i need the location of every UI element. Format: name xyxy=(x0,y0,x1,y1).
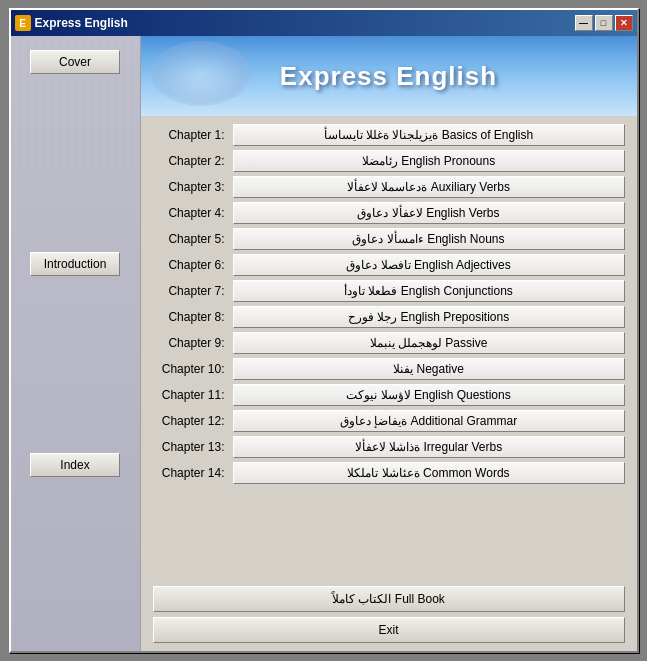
chapter-label: Chapter 12: xyxy=(153,414,233,428)
table-row: Chapter 8:حروف الجر English Prepositions xyxy=(153,306,625,328)
table-row: Chapter 12:قواعد إضافية Additional Gramm… xyxy=(153,410,625,432)
footer-area: الكتاب كاملاً Full Book Exit xyxy=(141,580,637,651)
chapter-label: Chapter 11: xyxy=(153,388,233,402)
header-banner: Express English xyxy=(141,36,637,116)
table-row: Chapter 11:تكوين السؤال English Question… xyxy=(153,384,625,406)
app-title: Express English xyxy=(280,61,497,92)
table-row: Chapter 10:النفي Negative xyxy=(153,358,625,380)
chapter-label: Chapter 14: xyxy=(153,466,233,480)
chapter-label: Chapter 1: xyxy=(153,128,233,142)
chapter-label: Chapter 3: xyxy=(153,180,233,194)
table-row: Chapter 14:الكلمات الشائعة Common Words xyxy=(153,462,625,484)
chapter-14-button[interactable]: الكلمات الشائعة Common Words xyxy=(233,462,625,484)
app-icon: E xyxy=(15,15,31,31)
chapter-3-button[interactable]: الأفعال المساعدة Auxiliary Verbs xyxy=(233,176,625,198)
chapter-label: Chapter 8: xyxy=(153,310,233,324)
chapters-area: Chapter 1:أساسيات اللغة الانجليزية Basic… xyxy=(141,116,637,580)
minimize-button[interactable]: — xyxy=(575,15,593,31)
table-row: Chapter 3:الأفعال المساعدة Auxiliary Ver… xyxy=(153,176,625,198)
main-area: Express English Chapter 1:أساسيات اللغة … xyxy=(141,36,637,651)
close-button[interactable]: ✕ xyxy=(615,15,633,31)
window-controls: — □ ✕ xyxy=(575,15,633,31)
chapter-8-button[interactable]: حروف الجر English Prepositions xyxy=(233,306,625,328)
cover-button[interactable]: Cover xyxy=(30,50,120,74)
chapter-9-button[interactable]: المبني للمجهول Passive xyxy=(233,332,625,354)
chapter-11-button[interactable]: تكوين السؤال English Questions xyxy=(233,384,625,406)
chapter-label: Chapter 10: xyxy=(153,362,233,376)
index-button[interactable]: Index xyxy=(30,453,120,477)
chapter-10-button[interactable]: النفي Negative xyxy=(233,358,625,380)
chapter-label: Chapter 6: xyxy=(153,258,233,272)
table-row: Chapter 5:قواعد الأسماء English Nouns xyxy=(153,228,625,250)
chapter-7-button[interactable]: أدوات العطف English Conjunctions xyxy=(233,280,625,302)
maximize-button[interactable]: □ xyxy=(595,15,613,31)
chapter-label: Chapter 13: xyxy=(153,440,233,454)
window-title: Express English xyxy=(35,16,571,30)
table-row: Chapter 4:قواعد الأفعال English Verbs xyxy=(153,202,625,224)
chapter-1-button[interactable]: أساسيات اللغة الانجليزية Basics of Engli… xyxy=(233,124,625,146)
chapter-label: Chapter 2: xyxy=(153,154,233,168)
table-row: Chapter 2:الضمائر English Pronouns xyxy=(153,150,625,172)
main-window: E Express English — □ ✕ Cover Introducti… xyxy=(9,8,639,653)
chapter-12-button[interactable]: قواعد إضافية Additional Grammar xyxy=(233,410,625,432)
table-row: Chapter 13:الأفعال الشاذة Irregular Verb… xyxy=(153,436,625,458)
chapter-label: Chapter 9: xyxy=(153,336,233,350)
introduction-button[interactable]: Introduction xyxy=(30,252,120,276)
title-bar: E Express English — □ ✕ xyxy=(11,10,637,36)
full-book-button[interactable]: الكتاب كاملاً Full Book xyxy=(153,586,625,612)
table-row: Chapter 1:أساسيات اللغة الانجليزية Basic… xyxy=(153,124,625,146)
table-row: Chapter 9:المبني للمجهول Passive xyxy=(153,332,625,354)
table-row: Chapter 6:قواعد الصفات English Adjective… xyxy=(153,254,625,276)
chapter-13-button[interactable]: الأفعال الشاذة Irregular Verbs xyxy=(233,436,625,458)
chapter-4-button[interactable]: قواعد الأفعال English Verbs xyxy=(233,202,625,224)
chapter-label: Chapter 5: xyxy=(153,232,233,246)
chapter-6-button[interactable]: قواعد الصفات English Adjectives xyxy=(233,254,625,276)
sidebar: Cover Introduction Index xyxy=(11,36,141,651)
chapter-2-button[interactable]: الضمائر English Pronouns xyxy=(233,150,625,172)
chapter-label: Chapter 4: xyxy=(153,206,233,220)
window-content: Cover Introduction Index Express English… xyxy=(11,36,637,651)
table-row: Chapter 7:أدوات العطف English Conjunctio… xyxy=(153,280,625,302)
chapter-5-button[interactable]: قواعد الأسماء English Nouns xyxy=(233,228,625,250)
chapter-label: Chapter 7: xyxy=(153,284,233,298)
exit-button[interactable]: Exit xyxy=(153,617,625,643)
